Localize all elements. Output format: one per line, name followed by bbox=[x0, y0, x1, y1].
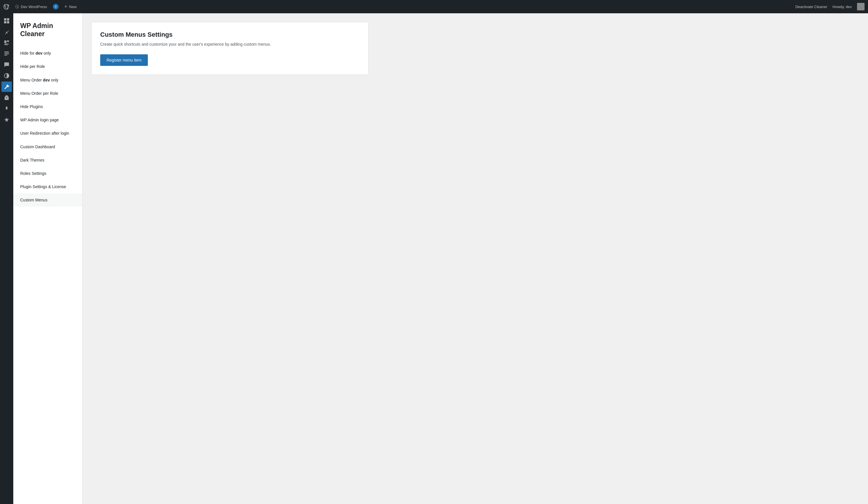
site-name-button[interactable]: Dev WordPress bbox=[15, 4, 47, 9]
sidebar-item-settings[interactable] bbox=[1, 103, 12, 114]
nav-menu-order-role[interactable]: Menu Order per Role bbox=[13, 87, 82, 100]
user-avatar[interactable] bbox=[857, 3, 865, 10]
nav-hide-plugins[interactable]: Hide Plugins bbox=[13, 100, 82, 113]
svg-rect-0 bbox=[4, 18, 6, 21]
nav-user-redirect[interactable]: User Redirection after login bbox=[13, 127, 82, 140]
site-name-label: Dev WordPress bbox=[21, 4, 47, 9]
svg-rect-8 bbox=[4, 51, 9, 52]
main-content: Custom Menus Settings Create quick short… bbox=[83, 13, 868, 504]
wp-logo-button[interactable] bbox=[3, 4, 9, 10]
svg-marker-17 bbox=[4, 117, 9, 122]
nav-custom-dashboard[interactable]: Custom Dashboard bbox=[13, 140, 82, 153]
svg-rect-3 bbox=[7, 21, 9, 23]
svg-rect-10 bbox=[4, 54, 9, 54]
sidebar-item-dashboard[interactable] bbox=[1, 16, 12, 26]
plugin-sidebar: WP Admin Cleaner Hide for dev only Hide … bbox=[13, 13, 83, 504]
howdy-label: Howdy, dev bbox=[833, 4, 852, 9]
sidebar-item-pinned[interactable] bbox=[1, 27, 12, 37]
sidebar-item-pages[interactable] bbox=[1, 49, 12, 59]
comments-count-badge: 0 bbox=[53, 4, 59, 10]
comments-button[interactable]: 0 bbox=[53, 4, 59, 10]
deactivate-cleaner-button[interactable]: Deactivate Cleaner bbox=[795, 4, 827, 9]
plugin-sidebar-title: WP Admin Cleaner bbox=[13, 22, 82, 47]
sidebar-item-comments[interactable] bbox=[1, 60, 12, 70]
svg-rect-6 bbox=[4, 44, 9, 44]
card-title: Custom Menus Settings bbox=[100, 31, 360, 38]
svg-rect-11 bbox=[4, 55, 7, 56]
sidebar-item-tools[interactable] bbox=[1, 81, 12, 92]
admin-bar: Dev WordPress 0 + New Deactivate Cleaner… bbox=[0, 0, 868, 13]
nav-hide-dev[interactable]: Hide for dev only bbox=[13, 47, 82, 60]
nav-roles-settings[interactable]: Roles Settings bbox=[13, 167, 82, 180]
svg-rect-7 bbox=[4, 44, 8, 45]
nav-menu-order-dev[interactable]: Menu Order dev only bbox=[13, 73, 82, 87]
nav-plugin-license[interactable]: Plugin Settings & License bbox=[13, 180, 82, 193]
svg-rect-13 bbox=[6, 95, 8, 97]
sidebar-item-appearance[interactable] bbox=[1, 71, 12, 81]
sidebar-item-plugins[interactable] bbox=[1, 92, 12, 103]
new-content-button[interactable]: + New bbox=[64, 4, 77, 10]
new-label: New bbox=[69, 4, 76, 9]
nav-wp-login[interactable]: WP Admin login page bbox=[13, 113, 82, 127]
register-menu-item-button[interactable]: Register menu item bbox=[100, 54, 148, 66]
icon-sidebar bbox=[0, 13, 13, 504]
svg-rect-9 bbox=[4, 53, 9, 53]
nav-custom-menus[interactable]: Custom Menus bbox=[13, 193, 82, 206]
card-description: Create quick shortcuts and customize you… bbox=[100, 41, 360, 47]
svg-rect-5 bbox=[7, 40, 9, 42]
svg-rect-1 bbox=[7, 18, 9, 21]
nav-dark-themes[interactable]: Dark Themes bbox=[13, 153, 82, 167]
content-card: Custom Menus Settings Create quick short… bbox=[91, 22, 369, 75]
svg-rect-2 bbox=[4, 21, 6, 23]
svg-rect-4 bbox=[4, 40, 6, 43]
svg-rect-14 bbox=[4, 97, 9, 100]
nav-hide-per-role[interactable]: Hide per Role bbox=[13, 60, 82, 73]
wp-layout: WP Admin Cleaner Hide for dev only Hide … bbox=[0, 13, 868, 504]
sidebar-item-extra[interactable] bbox=[1, 114, 12, 125]
sidebar-item-posts[interactable] bbox=[1, 38, 12, 48]
